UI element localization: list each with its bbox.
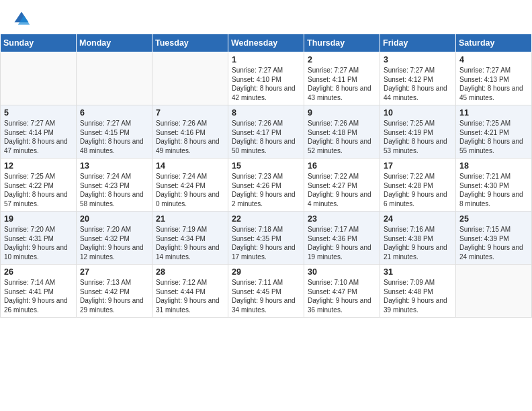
day-number: 24: [384, 214, 452, 224]
weekday-header-sunday: Sunday: [1, 34, 77, 52]
calendar-cell: [152, 52, 228, 105]
day-number: 18: [459, 161, 528, 171]
calendar-cell: 11Sunrise: 7:25 AM Sunset: 4:21 PM Dayli…: [456, 105, 532, 158]
day-number: 3: [384, 55, 452, 64]
day-number: 15: [232, 161, 300, 171]
day-info: Sunrise: 7:24 AM Sunset: 4:24 PM Dayligh…: [156, 172, 224, 208]
day-number: 2: [308, 55, 376, 64]
day-info: Sunrise: 7:21 AM Sunset: 4:30 PM Dayligh…: [459, 172, 528, 208]
day-number: 26: [4, 267, 73, 277]
day-number: 29: [232, 267, 300, 277]
day-info: Sunrise: 7:23 AM Sunset: 4:26 PM Dayligh…: [232, 172, 300, 208]
calendar-cell: 19Sunrise: 7:20 AM Sunset: 4:31 PM Dayli…: [1, 212, 77, 265]
day-info: Sunrise: 7:27 AM Sunset: 4:15 PM Dayligh…: [80, 119, 148, 155]
weekday-header-tuesday: Tuesday: [152, 34, 228, 52]
calendar-cell: 25Sunrise: 7:15 AM Sunset: 4:39 PM Dayli…: [456, 212, 532, 265]
day-number: 19: [4, 214, 73, 224]
day-info: Sunrise: 7:20 AM Sunset: 4:31 PM Dayligh…: [4, 225, 73, 261]
day-number: 25: [459, 214, 528, 224]
day-info: Sunrise: 7:09 AM Sunset: 4:48 PM Dayligh…: [384, 278, 452, 314]
day-number: 16: [308, 161, 376, 171]
calendar-cell: 17Sunrise: 7:22 AM Sunset: 4:28 PM Dayli…: [380, 158, 456, 212]
calendar-cell: 12Sunrise: 7:25 AM Sunset: 4:22 PM Dayli…: [1, 158, 77, 212]
calendar-cell: 28Sunrise: 7:12 AM Sunset: 4:44 PM Dayli…: [152, 265, 228, 318]
calendar-cell: 18Sunrise: 7:21 AM Sunset: 4:30 PM Dayli…: [456, 158, 532, 212]
calendar-cell: 3Sunrise: 7:27 AM Sunset: 4:12 PM Daylig…: [380, 52, 456, 105]
day-info: Sunrise: 7:26 AM Sunset: 4:18 PM Dayligh…: [308, 119, 376, 155]
day-info: Sunrise: 7:22 AM Sunset: 4:27 PM Dayligh…: [308, 172, 376, 208]
weekday-header-monday: Monday: [77, 34, 152, 52]
calendar-cell: 1Sunrise: 7:27 AM Sunset: 4:10 PM Daylig…: [228, 52, 304, 105]
calendar-cell: 14Sunrise: 7:24 AM Sunset: 4:24 PM Dayli…: [152, 158, 228, 212]
calendar-cell: [456, 265, 532, 318]
day-number: 12: [4, 161, 73, 171]
day-number: 4: [459, 55, 528, 64]
weekday-header-row: SundayMondayTuesdayWednesdayThursdayFrid…: [1, 34, 532, 52]
day-number: 27: [80, 267, 148, 277]
day-info: Sunrise: 7:16 AM Sunset: 4:38 PM Dayligh…: [384, 225, 452, 261]
day-number: 8: [232, 108, 300, 118]
day-info: Sunrise: 7:11 AM Sunset: 4:45 PM Dayligh…: [232, 278, 300, 314]
calendar-cell: 4Sunrise: 7:27 AM Sunset: 4:13 PM Daylig…: [456, 52, 532, 105]
calendar-cell: 27Sunrise: 7:13 AM Sunset: 4:42 PM Dayli…: [77, 265, 152, 318]
day-info: Sunrise: 7:17 AM Sunset: 4:36 PM Dayligh…: [308, 225, 376, 261]
day-info: Sunrise: 7:26 AM Sunset: 4:17 PM Dayligh…: [232, 119, 300, 155]
day-number: 13: [80, 161, 148, 171]
calendar-cell: [1, 52, 77, 105]
day-info: Sunrise: 7:25 AM Sunset: 4:19 PM Dayligh…: [384, 119, 452, 155]
day-info: Sunrise: 7:13 AM Sunset: 4:42 PM Dayligh…: [80, 278, 148, 314]
calendar-cell: 20Sunrise: 7:20 AM Sunset: 4:32 PM Dayli…: [77, 212, 152, 265]
calendar-cell: 26Sunrise: 7:14 AM Sunset: 4:41 PM Dayli…: [1, 265, 77, 318]
weekday-header-thursday: Thursday: [304, 34, 380, 52]
weekday-header-wednesday: Wednesday: [228, 34, 304, 52]
calendar-row: 19Sunrise: 7:20 AM Sunset: 4:31 PM Dayli…: [1, 212, 532, 265]
day-number: 9: [308, 108, 376, 118]
weekday-header-saturday: Saturday: [456, 34, 532, 52]
day-info: Sunrise: 7:18 AM Sunset: 4:35 PM Dayligh…: [232, 225, 300, 261]
calendar-row: 26Sunrise: 7:14 AM Sunset: 4:41 PM Dayli…: [1, 265, 532, 318]
day-number: 31: [384, 267, 452, 277]
day-info: Sunrise: 7:24 AM Sunset: 4:23 PM Dayligh…: [80, 172, 148, 208]
calendar-cell: 23Sunrise: 7:17 AM Sunset: 4:36 PM Dayli…: [304, 212, 380, 265]
day-number: 14: [156, 161, 224, 171]
logo: [12, 9, 34, 28]
day-number: 5: [4, 108, 73, 118]
day-number: 23: [308, 214, 376, 224]
day-number: 11: [459, 108, 528, 118]
day-info: Sunrise: 7:20 AM Sunset: 4:32 PM Dayligh…: [80, 225, 148, 261]
calendar-cell: 29Sunrise: 7:11 AM Sunset: 4:45 PM Dayli…: [228, 265, 304, 318]
day-info: Sunrise: 7:25 AM Sunset: 4:22 PM Dayligh…: [4, 172, 73, 208]
day-number: 20: [80, 214, 148, 224]
day-info: Sunrise: 7:25 AM Sunset: 4:21 PM Dayligh…: [459, 119, 528, 155]
logo-icon: [12, 9, 31, 28]
day-info: Sunrise: 7:22 AM Sunset: 4:28 PM Dayligh…: [384, 172, 452, 208]
calendar-cell: 31Sunrise: 7:09 AM Sunset: 4:48 PM Dayli…: [380, 265, 456, 318]
day-number: 1: [232, 55, 300, 64]
day-info: Sunrise: 7:14 AM Sunset: 4:41 PM Dayligh…: [4, 278, 73, 314]
day-info: Sunrise: 7:19 AM Sunset: 4:34 PM Dayligh…: [156, 225, 224, 261]
day-number: 30: [308, 267, 376, 277]
day-info: Sunrise: 7:12 AM Sunset: 4:44 PM Dayligh…: [156, 278, 224, 314]
calendar-cell: 7Sunrise: 7:26 AM Sunset: 4:16 PM Daylig…: [152, 105, 228, 158]
page-header: [0, 0, 532, 34]
day-info: Sunrise: 7:27 AM Sunset: 4:11 PM Dayligh…: [308, 66, 376, 102]
day-info: Sunrise: 7:27 AM Sunset: 4:14 PM Dayligh…: [4, 119, 73, 155]
calendar-cell: 21Sunrise: 7:19 AM Sunset: 4:34 PM Dayli…: [152, 212, 228, 265]
calendar-cell: 9Sunrise: 7:26 AM Sunset: 4:18 PM Daylig…: [304, 105, 380, 158]
day-number: 17: [384, 161, 452, 171]
calendar-cell: 13Sunrise: 7:24 AM Sunset: 4:23 PM Dayli…: [77, 158, 152, 212]
calendar-row: 12Sunrise: 7:25 AM Sunset: 4:22 PM Dayli…: [1, 158, 532, 212]
calendar-cell: 8Sunrise: 7:26 AM Sunset: 4:17 PM Daylig…: [228, 105, 304, 158]
day-info: Sunrise: 7:27 AM Sunset: 4:13 PM Dayligh…: [459, 66, 528, 102]
day-number: 10: [384, 108, 452, 118]
calendar-row: 5Sunrise: 7:27 AM Sunset: 4:14 PM Daylig…: [1, 105, 532, 158]
calendar-cell: 6Sunrise: 7:27 AM Sunset: 4:15 PM Daylig…: [77, 105, 152, 158]
calendar-cell: 5Sunrise: 7:27 AM Sunset: 4:14 PM Daylig…: [1, 105, 77, 158]
calendar-row: 1Sunrise: 7:27 AM Sunset: 4:10 PM Daylig…: [1, 52, 532, 105]
day-number: 28: [156, 267, 224, 277]
calendar-cell: 2Sunrise: 7:27 AM Sunset: 4:11 PM Daylig…: [304, 52, 380, 105]
calendar-cell: 30Sunrise: 7:10 AM Sunset: 4:47 PM Dayli…: [304, 265, 380, 318]
day-info: Sunrise: 7:27 AM Sunset: 4:10 PM Dayligh…: [232, 66, 300, 102]
day-info: Sunrise: 7:10 AM Sunset: 4:47 PM Dayligh…: [308, 278, 376, 314]
day-number: 7: [156, 108, 224, 118]
